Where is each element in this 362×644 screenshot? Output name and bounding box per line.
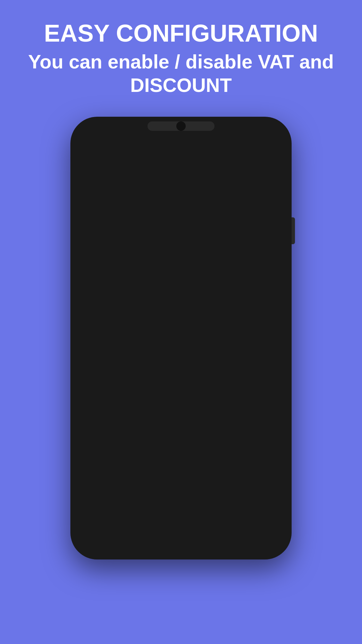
app-title: Receipt generator [125, 167, 269, 178]
product-row-2: − 1 + [83, 258, 279, 278]
checkbox-product-2[interactable] [83, 261, 98, 276]
phone-screen: LTE 11:27 Receipt generator [76, 140, 286, 536]
product-2-name-input[interactable] [103, 258, 218, 278]
product-row-1: − 1 + [83, 232, 279, 252]
signal-icon [239, 145, 247, 153]
status-right: LTE 11:27 [226, 145, 279, 153]
product-row-3: − 1 + [83, 284, 279, 305]
phone-mockup: LTE 11:27 Receipt generator [70, 117, 292, 559]
export-button[interactable]: ✓ Export [213, 506, 279, 529]
product-list: − 1 + − 1 + [76, 225, 286, 463]
vat-button[interactable]: VAT [111, 507, 145, 528]
delete-button[interactable] [83, 506, 107, 529]
status-left [83, 144, 93, 154]
battery-icon [249, 145, 257, 153]
promo-header: EASY CONFIGURATION You can enable / disa… [0, 0, 362, 110]
volume-button [292, 217, 295, 244]
items-added-label: 3 item(s) added : [84, 193, 148, 202]
headline: EASY CONFIGURATION [27, 20, 335, 47]
lte-indicator: LTE [226, 146, 236, 152]
export-label: Export [238, 513, 265, 523]
app-bar: Receipt generator [76, 158, 286, 188]
check-icon: ✓ [227, 513, 234, 523]
product-1-name-input[interactable] [103, 232, 218, 252]
status-bar: LTE 11:27 [76, 140, 286, 158]
discount-button[interactable]: DISCOUNT [150, 507, 208, 528]
checked-items-label: 1 Checked Item(s) : [84, 211, 158, 221]
product-1-price-input[interactable] [222, 232, 286, 252]
checkbox-product-3[interactable] [83, 287, 98, 302]
product-3-name-input[interactable] [103, 284, 218, 305]
clock: 11:27 [260, 145, 279, 153]
items-summary-bar: 3 item(s) added : 300.00 $ [76, 188, 286, 207]
add-new-item-button[interactable]: Add new item [80, 466, 282, 496]
product-3-price-input[interactable] [222, 284, 286, 305]
cart-icon [103, 165, 118, 180]
subheadline: You can enable / disable VAT and DISCOUN… [27, 50, 335, 97]
checkbox-product-1[interactable] [83, 235, 98, 250]
checked-total: 100.00 $ [246, 211, 278, 221]
checked-summary-bar: 1 Checked Item(s) : 100.00 $ [76, 207, 286, 225]
trash-icon [89, 512, 101, 523]
menu-button[interactable] [84, 169, 97, 177]
items-total: 300.00 $ [246, 193, 278, 202]
bottom-toolbar: VAT DISCOUNT ✓ Export [76, 501, 286, 536]
product-2-price-input[interactable] [222, 258, 286, 278]
android-icon [83, 144, 93, 154]
more-options-button[interactable] [276, 168, 278, 177]
